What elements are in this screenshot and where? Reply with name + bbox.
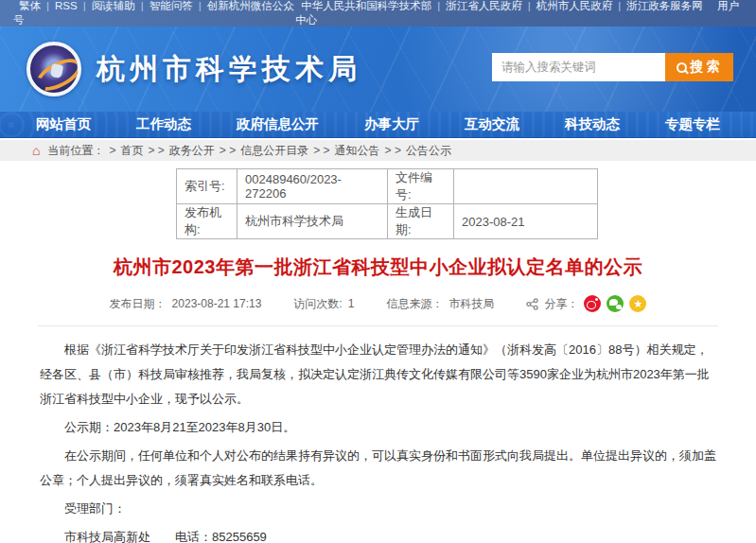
breadcrumb-separator: > > [313, 144, 329, 157]
breadcrumb-gov-open[interactable]: 政务公开 [169, 143, 215, 159]
nav-item-service-hall[interactable]: 办事大厅 [357, 115, 427, 133]
paragraph-basis: 根据《浙江省科学技术厅关于印发浙江省科技型中小企业认定管理办法的通知》（浙科发高… [40, 338, 716, 412]
topbar-link-most[interactable]: 中华人民共和国科学技术部 [301, 0, 431, 11]
search-button-label: 搜索 [691, 59, 723, 76]
meta-value-docnum [454, 169, 598, 204]
source-label: 信息来源： [386, 296, 443, 312]
breadcrumb-separator: > > [148, 144, 164, 157]
nav-item-interaction[interactable]: 互动交流 [457, 115, 527, 133]
meta-label-agency: 发布机构: [177, 204, 237, 239]
meta-label-index: 索引号: [177, 169, 237, 204]
topbar-right-links: 中华人民共和国科学技术部|浙江省人民政府|杭州市人民政府|浙江政务服务网 用户中… [295, 0, 743, 27]
nav-item-work-news[interactable]: 工作动态 [129, 115, 199, 133]
breadcrumb-separator: > > [220, 144, 236, 157]
topbar-link-zhejiang-service[interactable]: 浙江政务服务网 [626, 0, 703, 11]
nav-item-gov-info[interactable]: 政府信息公开 [229, 115, 326, 133]
wechat-share-icon[interactable] [607, 295, 624, 312]
topbar-link-reading-aid[interactable]: 阅读辅助 [92, 0, 135, 11]
paragraph-publicity-period: 公示期：2023年8月21至2023年8月30日。 [40, 415, 716, 440]
top-utility-bar: 繁体|RSS|阅读辅助|智能问答|创新杭州微信公众号 中华人民共和国科学技术部|… [0, 0, 756, 26]
weibo-share-icon[interactable] [584, 295, 601, 312]
table-row: 索引号: 002489460/2023-272206 文件编号: [177, 169, 598, 204]
main-navigation: 网站首页 工作动态 政府信息公开 办事大厅 互动交流 科技动态 专题专栏 [0, 112, 756, 138]
nav-item-tech-news[interactable]: 科技动态 [557, 115, 627, 133]
paragraph-accepting-dept: 受理部门： [40, 497, 716, 521]
separator: | [83, 0, 86, 11]
search-button[interactable]: 搜索 [665, 53, 733, 81]
publish-date-label: 发布日期： [110, 296, 167, 312]
separator: | [199, 0, 202, 11]
qzone-share-icon[interactable]: ★ [629, 295, 646, 312]
breadcrumb-separator: > > [385, 144, 401, 157]
breadcrumb-separator: > [109, 144, 115, 157]
visits-count: 1 [348, 297, 355, 310]
paragraph-objection: 在公示期间，任何单位和个人对公布的结果持有异议的，可以真实身份和书面形式向我局提… [40, 444, 716, 493]
topbar-link-hangzhou-gov[interactable]: 杭州市人民政府 [536, 0, 613, 11]
breadcrumb: ⌂ 当前位置： > 首页 > > 政务公开 > > 信息公开目录 > > 通知公… [0, 140, 756, 161]
meta-value-index: 002489460/2023-272206 [237, 169, 388, 204]
visits-label: 访问次数: [293, 296, 342, 312]
search-box: 搜索 [492, 53, 733, 81]
share-nodes-icon [526, 298, 538, 310]
site-title: 杭州市科学技术局 [97, 50, 361, 89]
search-icon [677, 62, 687, 73]
meta-label-date: 生成日期: [388, 204, 454, 239]
breadcrumb-announcements[interactable]: 公告公示 [406, 143, 451, 159]
separator: | [437, 0, 440, 11]
breadcrumb-home[interactable]: 首页 [120, 143, 143, 159]
nav-item-home[interactable]: 网站首页 [28, 115, 98, 133]
paragraph-hightech-phone: 市科技局高新处 电话：85255659 [40, 525, 716, 543]
topbar-link-smart-qa[interactable]: 智能问答 [149, 0, 193, 11]
meta-label-docnum: 文件编号: [388, 169, 454, 204]
topbar-left-links: 繁体|RSS|阅读辅助|智能问答|创新杭州微信公众号 [13, 0, 295, 27]
topbar-link-rss[interactable]: RSS [55, 0, 78, 11]
separator: | [528, 0, 531, 11]
site-header: 杭州市科学技术局 搜索 [0, 26, 756, 112]
topbar-link-zhejiang-gov[interactable]: 浙江省人民政府 [446, 0, 522, 11]
topbar-link-traditional[interactable]: 繁体 [19, 0, 41, 11]
bureau-logo [26, 42, 81, 96]
share-label: 分享： [544, 296, 578, 312]
document-meta-table: 索引号: 002489460/2023-272206 文件编号: 发布机构: 杭… [176, 168, 598, 239]
publish-date: 2023-08-21 17:13 [172, 297, 262, 310]
home-icon: ⌂ [32, 144, 40, 157]
divider [38, 325, 718, 326]
page-title: 杭州市2023年第一批浙江省科技型中小企业拟认定名单的公示 [0, 254, 756, 280]
source-value: 市科技局 [448, 296, 494, 312]
table-row: 发布机构: 杭州市科学技术局 生成日期: 2023-08-21 [177, 204, 598, 239]
search-input[interactable] [492, 53, 665, 81]
separator: | [618, 0, 621, 11]
meta-value-agency: 杭州市科学技术局 [237, 204, 388, 239]
article-body: 根据《浙江省科学技术厅关于印发浙江省科技型中小企业认定管理办法的通知》（浙科发高… [40, 338, 716, 543]
article-meta-row: 发布日期：2023-08-21 17:13 访问次数:1 信息来源：市科技局 分… [0, 295, 756, 312]
separator: | [141, 0, 144, 11]
nav-item-special-topics[interactable]: 专题专栏 [658, 115, 728, 133]
meta-value-date: 2023-08-21 [454, 204, 598, 239]
breadcrumb-prefix: 当前位置： [47, 143, 104, 159]
separator: | [46, 0, 49, 11]
breadcrumb-info-catalog[interactable]: 信息公开目录 [240, 143, 308, 159]
breadcrumb-notices[interactable]: 通知公告 [335, 143, 380, 159]
